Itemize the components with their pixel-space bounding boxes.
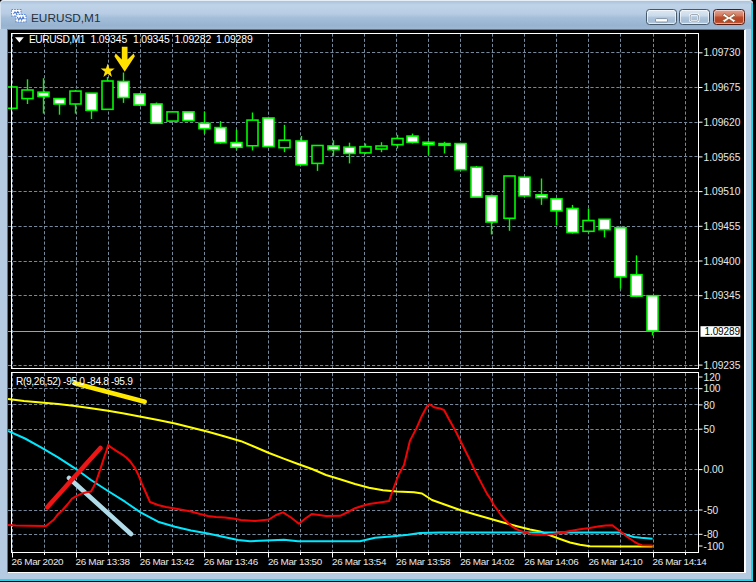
svg-text:26 Mar 13:38: 26 Mar 13:38	[76, 556, 131, 567]
svg-text:1.09730: 1.09730	[704, 47, 741, 58]
svg-text:0.00: 0.00	[704, 464, 724, 475]
svg-text:1.09510: 1.09510	[704, 186, 741, 197]
svg-text:120: 120	[704, 372, 721, 383]
svg-text:1.09345: 1.09345	[91, 34, 128, 45]
svg-text:26 Mar 14:10: 26 Mar 14:10	[588, 556, 643, 567]
svg-text:26 Mar 14:14: 26 Mar 14:14	[653, 556, 708, 567]
svg-text:1.09235: 1.09235	[704, 360, 741, 371]
svg-text:R(9,26,52) -95.0 -84.8 -95.9: R(9,26,52) -95.0 -84.8 -95.9	[16, 376, 133, 387]
svg-text:26 Mar 14:06: 26 Mar 14:06	[524, 556, 579, 567]
svg-text:26 Mar 13:58: 26 Mar 13:58	[396, 556, 451, 567]
svg-text:1.09289: 1.09289	[216, 34, 253, 45]
svg-text:26 Mar 13:42: 26 Mar 13:42	[140, 556, 194, 567]
svg-text:1.09289: 1.09289	[705, 326, 741, 337]
svg-text:80: 80	[704, 400, 716, 411]
svg-text:100: 100	[704, 383, 721, 394]
svg-text:26 Mar 14:02: 26 Mar 14:02	[460, 556, 514, 567]
svg-text:1.09345: 1.09345	[704, 290, 741, 301]
svg-text:1.09455: 1.09455	[704, 221, 741, 232]
svg-text:50: 50	[704, 424, 716, 435]
svg-text:26 Mar 13:46: 26 Mar 13:46	[204, 556, 259, 567]
svg-text:1.09565: 1.09565	[704, 152, 741, 163]
svg-text:-50: -50	[704, 505, 719, 516]
svg-text:26 Mar 13:54: 26 Mar 13:54	[332, 556, 387, 567]
svg-text:1.09345: 1.09345	[133, 34, 170, 45]
svg-text:-80: -80	[704, 529, 719, 540]
svg-text:1.09620: 1.09620	[704, 117, 741, 128]
svg-text:1.09675: 1.09675	[704, 82, 741, 93]
svg-text:EURUSD,M1: EURUSD,M1	[29, 34, 86, 45]
svg-text:1.09400: 1.09400	[704, 256, 741, 267]
svg-text:26 Mar 2020: 26 Mar 2020	[12, 556, 64, 567]
svg-text:-100: -100	[704, 541, 725, 552]
svg-text:1.09282: 1.09282	[175, 34, 212, 45]
svg-text:26 Mar 13:50: 26 Mar 13:50	[268, 556, 323, 567]
